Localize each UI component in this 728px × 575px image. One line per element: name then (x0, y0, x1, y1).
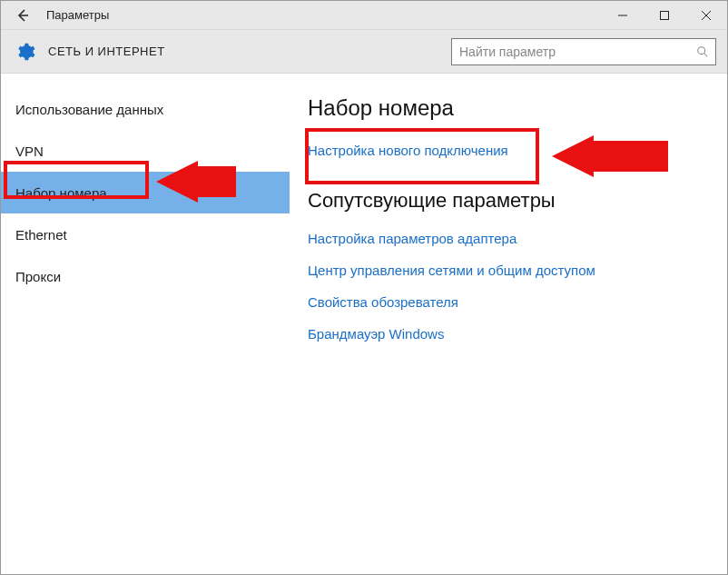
link-new-connection[interactable]: Настройка нового подключения (308, 143, 709, 158)
svg-point-4 (698, 46, 705, 54)
link-windows-firewall[interactable]: Брандмауэр Windows (308, 326, 709, 342)
sidebar-item-label: Прокси (15, 269, 61, 284)
minimize-icon (618, 11, 627, 20)
sidebar-item-label: VPN (15, 144, 44, 159)
window-title: Параметры (37, 8, 602, 22)
close-icon (702, 11, 711, 20)
gear-icon (14, 40, 37, 64)
back-button[interactable] (8, 1, 37, 30)
close-button[interactable] (685, 1, 727, 30)
window-controls (602, 1, 727, 30)
link-adapter-settings[interactable]: Настройка параметров адаптера (308, 231, 709, 246)
back-arrow-icon (15, 8, 30, 23)
svg-rect-1 (661, 11, 669, 19)
sidebar-item-label: Ethernet (15, 227, 67, 243)
link-network-sharing-center[interactable]: Центр управления сетями и общим доступом (308, 263, 709, 278)
search-icon (695, 45, 710, 59)
settings-window: Параметры СЕТЬ И ИНТЕРНЕТ (0, 0, 728, 575)
sidebar-item-ethernet[interactable]: Ethernet (1, 213, 290, 255)
search-box[interactable] (451, 38, 716, 65)
svg-line-5 (704, 53, 708, 56)
minimize-button[interactable] (602, 1, 644, 30)
link-internet-options[interactable]: Свойства обозревателя (308, 294, 709, 310)
sidebar-item-proxy[interactable]: Прокси (1, 255, 290, 297)
section-title: СЕТЬ И ИНТЕРНЕТ (48, 45, 451, 58)
sidebar-item-data-usage[interactable]: Использование данных (1, 88, 290, 130)
sidebar-item-label: Использование данных (15, 102, 163, 117)
sidebar: Использование данных VPN Набор номера Et… (1, 74, 290, 574)
maximize-icon (660, 11, 669, 20)
sidebar-item-label: Набор номера (15, 185, 107, 201)
content: Набор номера Настройка нового подключени… (290, 74, 727, 574)
subheader: СЕТЬ И ИНТЕРНЕТ (1, 30, 727, 74)
related-heading: Сопутсвующие параметры (308, 189, 709, 213)
page-heading: Набор номера (308, 95, 709, 121)
maximize-button[interactable] (644, 1, 685, 30)
sidebar-item-dialup[interactable]: Набор номера (1, 172, 290, 213)
search-input[interactable] (459, 45, 695, 59)
sidebar-item-vpn[interactable]: VPN (1, 130, 290, 172)
body: Использование данных VPN Набор номера Et… (1, 74, 727, 574)
titlebar: Параметры (1, 1, 727, 30)
